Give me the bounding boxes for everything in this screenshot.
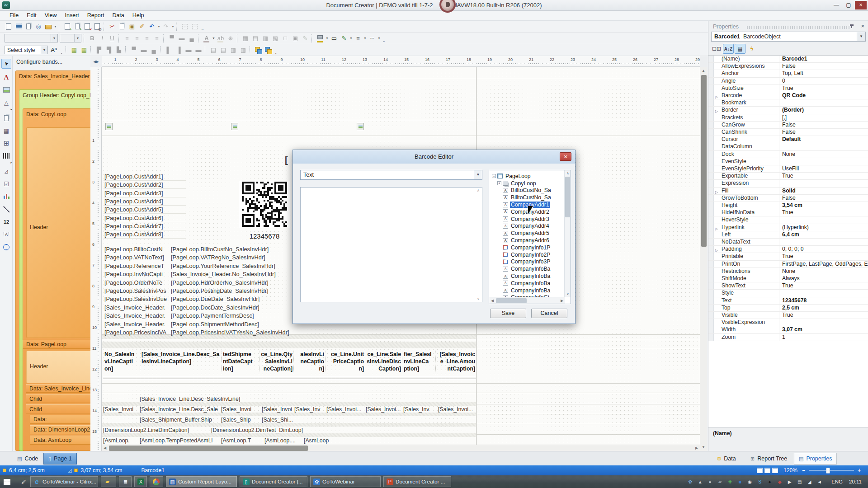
value-field[interactable]: [PageLoop.PostingDate_SalesInvHdr] (171, 287, 292, 294)
caption-field[interactable]: [Sales_Invoice_Header. (104, 312, 170, 319)
tree-item-companyinfoba[interactable]: ACompanyInfoBa (503, 287, 551, 294)
save-button[interactable]: Save (490, 309, 526, 318)
table-header-cell[interactable]: [Sales_Invoic e_Line.Amou ntCaption] (435, 351, 475, 374)
format-painter-button[interactable]: ✐ (137, 22, 146, 31)
same-size-button[interactable]: ▬ (184, 46, 193, 55)
align-right-button[interactable]: ≡ (142, 34, 151, 43)
menu-view[interactable]: View (41, 11, 61, 20)
taskbar-button-gotowebinar---citrix---[interactable]: eGoToWebinar - Citrix... (30, 476, 98, 487)
group-button[interactable]: + (180, 22, 189, 31)
property-value[interactable]: None (779, 268, 868, 275)
value-field[interactable]: [PageLoop.DocDate_SalesInvHdr] (171, 304, 292, 311)
alphabetical-sort-button[interactable]: A↓Z (723, 44, 734, 54)
valign-top-button[interactable]: ▀ (167, 34, 176, 43)
style-combo[interactable]: Select style▼ (5, 46, 48, 54)
align-middles-button[interactable]: ▬ (139, 46, 148, 55)
property-value[interactable]: Default (779, 136, 868, 143)
chevron-down-icon[interactable]: ▼ (857, 32, 865, 41)
tray-icon[interactable]: S (756, 478, 764, 485)
scroll-down-icon[interactable]: ∨ (476, 297, 481, 301)
tree-item-companyinfoba[interactable]: ACompanyInfoBa (503, 280, 551, 287)
font-scale-button[interactable]: Aª (49, 46, 58, 55)
property-row[interactable]: DataColumn (708, 143, 868, 150)
picture-placeholder[interactable] (357, 123, 364, 130)
table-header-cell[interactable]: [Sales_Invoice_Line.Desc_Sa lesInvLineCa… (140, 351, 220, 374)
no-border-button[interactable]: □ (281, 34, 290, 43)
bring-to-front-button[interactable] (254, 46, 263, 55)
tray-icon[interactable]: ◢ (806, 478, 813, 485)
tree-vertical-scrollbar[interactable]: ∧ ∨ (564, 170, 571, 297)
property-value[interactable]: 0 (779, 78, 868, 84)
top-border-button[interactable]: ▤ (251, 34, 260, 43)
tree-item-companyaddr4[interactable]: ACompanyAddr4 (503, 223, 550, 230)
property-row[interactable]: AutoSizeTrue (708, 85, 868, 92)
value-field[interactable]: [PageLoop.PaymentTermsDesc] (171, 312, 292, 319)
value-field[interactable]: [PageLoop.VATRegNo_SalesInvHdr] (171, 254, 292, 261)
line-width-button[interactable]: ≡ (354, 34, 363, 43)
chevron-down-icon[interactable]: ▼ (41, 46, 47, 54)
canvas-vertical-scrollbar[interactable]: ▲ ▼ (700, 67, 707, 451)
property-value[interactable]: [,] (779, 114, 868, 121)
space-horizontally-button[interactable]: ▤ (209, 46, 218, 55)
all-borders-button[interactable]: ▦ (241, 34, 250, 43)
tab-code[interactable]: ▤Code (13, 453, 42, 465)
highlight-button[interactable]: ab (216, 34, 225, 43)
same-height-button[interactable]: ▐ (174, 46, 183, 55)
property-row[interactable]: Brackets[,] (708, 114, 868, 122)
table-header-cell[interactable]: alesInvLi neCaptio n] (293, 351, 324, 374)
chart-tool[interactable] (1, 192, 11, 202)
property-row[interactable]: AnchorTop, Left (708, 70, 868, 77)
property-value[interactable]: 0; 0; 0; 0 (779, 246, 868, 253)
outer-border-button[interactable]: ▣ (291, 34, 300, 43)
tray-icon[interactable]: ● (766, 478, 774, 485)
value-field[interactable]: [PageLoop.HdrOrderNo_SalesInvHdr] (171, 279, 292, 286)
tree-item-companyinfoba[interactable]: ACompanyInfoBa (503, 272, 551, 280)
shape-tool[interactable]: △▸ (1, 98, 11, 108)
page-view-icon[interactable] (757, 468, 763, 473)
canvas-horizontal-scrollbar[interactable]: ◀ ▶ (102, 445, 700, 451)
copy-button[interactable] (118, 22, 127, 31)
property-row[interactable]: VisibleExpression (708, 319, 868, 326)
property-row[interactable]: CanGrowFalse (708, 122, 868, 129)
expression-type-combo[interactable]: Text ▼ (300, 170, 482, 180)
object-selector-combo[interactable]: Barcode1 BarcodeObject ▼ (711, 32, 866, 42)
table-header-cell[interactable]: ce_Line.Sale sInvLineDisc Caption] (365, 351, 401, 374)
menu-data[interactable]: Data (108, 11, 128, 20)
property-row[interactable]: Barcode▷QR Code (708, 92, 868, 99)
configure-bands-link[interactable]: Configure bands... (16, 59, 62, 65)
detail-field[interactable]: [Sales_Shipment_Buffer.Ship (140, 417, 212, 423)
tray-icon[interactable]: ▰ (716, 478, 724, 485)
add-page-button[interactable]: + (73, 22, 82, 31)
space-vertically-button[interactable]: ▤ (219, 46, 228, 55)
table-header-cell[interactable]: ce_Line.Unit PriceCaptio n] (325, 351, 364, 374)
property-row[interactable]: Expression (708, 180, 868, 187)
detail-field[interactable]: [AsmLoop.... (264, 437, 296, 444)
picture-placeholder[interactable] (231, 123, 238, 130)
property-value[interactable]: Always (779, 275, 868, 282)
property-row[interactable]: GrowToBottomFalse (708, 195, 868, 202)
menu-report[interactable]: Report (83, 11, 108, 20)
band-label[interactable]: Data: Sales_Invoice_Line (29, 385, 90, 392)
tab-data[interactable]: ⛃Data (712, 453, 741, 465)
address-field[interactable]: [PageLoop.CustAddr1] (104, 173, 163, 180)
tab-report-tree[interactable]: ⊞Report Tree (746, 453, 792, 465)
property-row[interactable]: Border▷(Border) (708, 107, 868, 114)
cut-button[interactable]: ✂ (108, 22, 117, 31)
caption-field[interactable]: [PageLoop.ReferenceT (104, 263, 170, 269)
property-value[interactable]: 12345678 (779, 297, 868, 304)
picture-placeholder[interactable] (105, 123, 113, 130)
toolbar-overflow-icon[interactable]: ⌄ (273, 46, 278, 55)
scroll-down-icon[interactable]: ∨ (565, 291, 571, 297)
property-row[interactable]: Fill▷Solid (708, 188, 868, 195)
tree-item-billtocustno_sa[interactable]: ABilltoCustNo_Sa (503, 187, 552, 194)
zoom-slider-thumb[interactable] (826, 468, 830, 474)
gauge-tool[interactable]: ⊿ (1, 166, 11, 176)
property-value[interactable]: None (779, 151, 868, 158)
property-row[interactable]: CursorDefault (708, 136, 868, 143)
minimize-button[interactable]: — (830, 1, 842, 9)
tree-item-pageloop[interactable]: -PageLoop (492, 173, 532, 180)
properties-view-button[interactable]: ▤ (735, 44, 745, 54)
detail-field[interactable]: [AsmLoop (304, 437, 329, 444)
property-row[interactable]: ExportableTrue (708, 173, 868, 180)
property-row[interactable]: RestrictionsNone (708, 268, 868, 275)
